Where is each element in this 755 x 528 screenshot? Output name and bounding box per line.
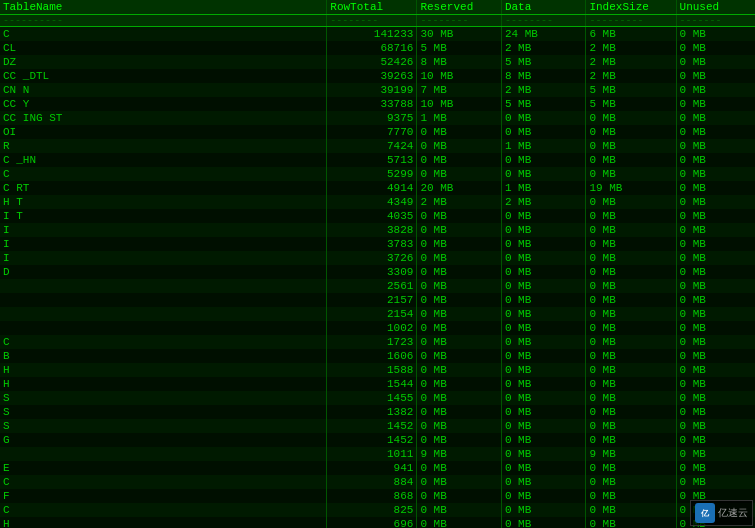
table-row: H 696 0 MB 0 MB 0 MB 0 MB bbox=[0, 517, 755, 528]
table-row: C 825 0 MB 0 MB 0 MB 0 MB bbox=[0, 503, 755, 517]
cell-data: 0 MB bbox=[501, 153, 586, 167]
cell-rowtotal: 3783 bbox=[327, 237, 417, 251]
cell-reserved: 0 MB bbox=[417, 293, 502, 307]
cell-reserved: 7 MB bbox=[417, 83, 502, 97]
cell-rowtotal: 1544 bbox=[327, 377, 417, 391]
table-row: C 5299 0 MB 0 MB 0 MB 0 MB bbox=[0, 167, 755, 181]
table-row: R 7424 0 MB 1 MB 0 MB 0 MB bbox=[0, 139, 755, 153]
table-container: TableName RowTotal Reserved Data IndexSi… bbox=[0, 0, 755, 528]
cell-reserved: 0 MB bbox=[417, 139, 502, 153]
cell-unused: 0 MB bbox=[676, 391, 755, 405]
cell-data: 1 MB bbox=[501, 181, 586, 195]
table-row: 1002 0 MB 0 MB 0 MB 0 MB bbox=[0, 321, 755, 335]
cell-data: 2 MB bbox=[501, 41, 586, 55]
cell-unused: 0 MB bbox=[676, 475, 755, 489]
cell-rowtotal: 141233 bbox=[327, 27, 417, 42]
cell-name: B bbox=[0, 349, 327, 363]
cell-reserved: 0 MB bbox=[417, 321, 502, 335]
table-row: D 3309 0 MB 0 MB 0 MB 0 MB bbox=[0, 265, 755, 279]
cell-indexsize: 2 MB bbox=[586, 41, 676, 55]
table-row: H 1544 0 MB 0 MB 0 MB 0 MB bbox=[0, 377, 755, 391]
cell-indexsize: 5 MB bbox=[586, 97, 676, 111]
cell-indexsize: 0 MB bbox=[586, 195, 676, 209]
cell-rowtotal: 2561 bbox=[327, 279, 417, 293]
table-row: S 1382 0 MB 0 MB 0 MB 0 MB bbox=[0, 405, 755, 419]
cell-rowtotal: 696 bbox=[327, 517, 417, 528]
cell-unused: 0 MB bbox=[676, 377, 755, 391]
cell-indexsize: 0 MB bbox=[586, 475, 676, 489]
cell-indexsize: 0 MB bbox=[586, 363, 676, 377]
table-body: C 141233 30 MB 24 MB 6 MB 0 MB CL 68716 … bbox=[0, 27, 755, 529]
table-row: DZ 52426 8 MB 5 MB 2 MB 0 MB bbox=[0, 55, 755, 69]
cell-unused: 0 MB bbox=[676, 405, 755, 419]
cell-data: 0 MB bbox=[501, 433, 586, 447]
cell-data: 1 MB bbox=[501, 139, 586, 153]
cell-data: 0 MB bbox=[501, 237, 586, 251]
cell-data: 0 MB bbox=[501, 293, 586, 307]
cell-data: 0 MB bbox=[501, 209, 586, 223]
table-row: C _HN 5713 0 MB 0 MB 0 MB 0 MB bbox=[0, 153, 755, 167]
cell-data: 0 MB bbox=[501, 503, 586, 517]
col-header-reserved: Reserved bbox=[417, 0, 502, 15]
cell-indexsize: 0 MB bbox=[586, 433, 676, 447]
cell-rowtotal: 9375 bbox=[327, 111, 417, 125]
table-row: I T 4035 0 MB 0 MB 0 MB 0 MB bbox=[0, 209, 755, 223]
cell-reserved: 0 MB bbox=[417, 223, 502, 237]
cell-data: 0 MB bbox=[501, 419, 586, 433]
table-row: CN N 39199 7 MB 2 MB 5 MB 0 MB bbox=[0, 83, 755, 97]
table-row: CL 68716 5 MB 2 MB 2 MB 0 MB bbox=[0, 41, 755, 55]
cell-name: I T bbox=[0, 209, 327, 223]
cell-reserved: 0 MB bbox=[417, 167, 502, 181]
table-row: 1011 9 MB 0 MB 9 MB 0 MB bbox=[0, 447, 755, 461]
cell-indexsize: 0 MB bbox=[586, 489, 676, 503]
cell-rowtotal: 1606 bbox=[327, 349, 417, 363]
cell-name: C bbox=[0, 167, 327, 181]
cell-name: H T bbox=[0, 195, 327, 209]
table-row: H 1588 0 MB 0 MB 0 MB 0 MB bbox=[0, 363, 755, 377]
cell-rowtotal: 1452 bbox=[327, 419, 417, 433]
cell-data: 0 MB bbox=[501, 475, 586, 489]
cell-indexsize: 0 MB bbox=[586, 223, 676, 237]
separator-row: ---------- -------- -------- -------- --… bbox=[0, 15, 755, 27]
cell-indexsize: 0 MB bbox=[586, 279, 676, 293]
cell-rowtotal: 1723 bbox=[327, 335, 417, 349]
cell-data: 0 MB bbox=[501, 377, 586, 391]
cell-name: CC _DTL bbox=[0, 69, 327, 83]
cell-data: 24 MB bbox=[501, 27, 586, 42]
cell-data: 2 MB bbox=[501, 83, 586, 97]
cell-unused: 0 MB bbox=[676, 265, 755, 279]
sep-name: ---------- bbox=[0, 15, 327, 27]
cell-reserved: 0 MB bbox=[417, 349, 502, 363]
table-row: G 1452 0 MB 0 MB 0 MB 0 MB bbox=[0, 433, 755, 447]
cell-reserved: 0 MB bbox=[417, 237, 502, 251]
cell-indexsize: 0 MB bbox=[586, 293, 676, 307]
cell-indexsize: 0 MB bbox=[586, 153, 676, 167]
cell-name bbox=[0, 447, 327, 461]
cell-data: 0 MB bbox=[501, 335, 586, 349]
cell-indexsize: 0 MB bbox=[586, 377, 676, 391]
table-row: B 1606 0 MB 0 MB 0 MB 0 MB bbox=[0, 349, 755, 363]
cell-data: 0 MB bbox=[501, 279, 586, 293]
cell-name: C bbox=[0, 503, 327, 517]
cell-rowtotal: 52426 bbox=[327, 55, 417, 69]
cell-reserved: 0 MB bbox=[417, 419, 502, 433]
cell-name: S bbox=[0, 405, 327, 419]
cell-rowtotal: 7770 bbox=[327, 125, 417, 139]
cell-indexsize: 2 MB bbox=[586, 69, 676, 83]
cell-indexsize: 0 MB bbox=[586, 307, 676, 321]
data-table: TableName RowTotal Reserved Data IndexSi… bbox=[0, 0, 755, 528]
cell-indexsize: 0 MB bbox=[586, 517, 676, 528]
cell-indexsize: 0 MB bbox=[586, 209, 676, 223]
cell-reserved: 0 MB bbox=[417, 265, 502, 279]
cell-unused: 0 MB bbox=[676, 181, 755, 195]
table-row: OI 7770 0 MB 0 MB 0 MB 0 MB bbox=[0, 125, 755, 139]
cell-reserved: 0 MB bbox=[417, 461, 502, 475]
sep-indexsize: --------- bbox=[586, 15, 676, 27]
cell-unused: 0 MB bbox=[676, 27, 755, 42]
header-row: TableName RowTotal Reserved Data IndexSi… bbox=[0, 0, 755, 15]
cell-unused: 0 MB bbox=[676, 237, 755, 251]
table-row: S 1455 0 MB 0 MB 0 MB 0 MB bbox=[0, 391, 755, 405]
cell-name bbox=[0, 307, 327, 321]
cell-indexsize: 0 MB bbox=[586, 419, 676, 433]
cell-name: C bbox=[0, 335, 327, 349]
